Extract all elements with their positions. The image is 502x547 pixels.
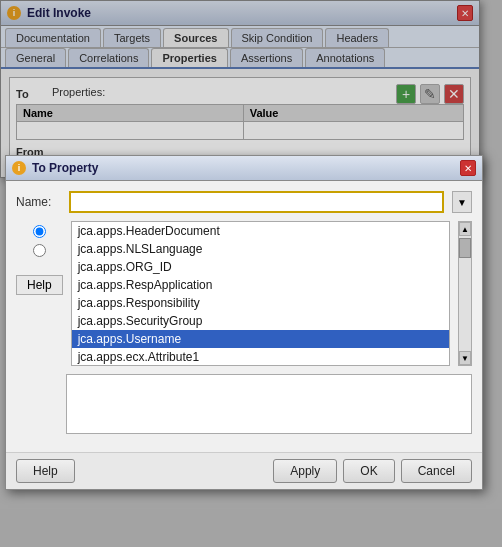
- scroll-down-button[interactable]: ▼: [459, 351, 471, 365]
- radio-1[interactable]: [33, 225, 46, 238]
- dialog-body: Name: ▼ Help jca.apps.HeaderDocument jca…: [6, 181, 482, 452]
- list-item[interactable]: jca.apps.NLSLanguage: [72, 240, 449, 258]
- apply-button[interactable]: Apply: [273, 459, 337, 483]
- radio-item-2[interactable]: [33, 244, 46, 257]
- footer-left: Help: [16, 459, 75, 483]
- help-footer-button[interactable]: Help: [16, 459, 75, 483]
- ok-button[interactable]: OK: [343, 459, 394, 483]
- name-dropdown-button[interactable]: ▼: [452, 191, 472, 213]
- dialog-title-icon: i: [12, 161, 26, 175]
- list-item[interactable]: jca.apps.HeaderDocument: [72, 222, 449, 240]
- name-row: Name: ▼: [16, 191, 472, 213]
- dialog-footer: Help Apply OK Cancel: [6, 452, 482, 489]
- cancel-button[interactable]: Cancel: [401, 459, 472, 483]
- dialog-title: To Property: [32, 161, 460, 175]
- scroll-thumb[interactable]: [459, 238, 471, 258]
- scrollbar[interactable]: ▲ ▼: [458, 221, 472, 366]
- list-item[interactable]: jca.apps.SecurityGroup: [72, 312, 449, 330]
- to-property-dialog: i To Property ✕ Name: ▼ Help jca.a: [5, 155, 483, 490]
- radio-item-1[interactable]: [33, 225, 46, 238]
- value-area: [66, 374, 472, 434]
- name-input[interactable]: [69, 191, 444, 213]
- footer-right: Apply OK Cancel: [273, 459, 472, 483]
- help-button[interactable]: Help: [16, 275, 63, 295]
- list-item[interactable]: jca.apps.ecx.Attribute1: [72, 348, 449, 366]
- radio-column: Help: [16, 221, 63, 366]
- list-item[interactable]: jca.apps.ORG_ID: [72, 258, 449, 276]
- scroll-up-button[interactable]: ▲: [459, 222, 471, 236]
- dropdown-list[interactable]: jca.apps.HeaderDocument jca.apps.NLSLang…: [71, 221, 450, 366]
- list-item-selected[interactable]: jca.apps.Username: [72, 330, 449, 348]
- scroll-track: [459, 236, 471, 351]
- dialog-close-icon[interactable]: ✕: [460, 160, 476, 176]
- list-item[interactable]: jca.apps.Responsibility: [72, 294, 449, 312]
- dialog-title-bar: i To Property ✕: [6, 156, 482, 181]
- radio-2[interactable]: [33, 244, 46, 257]
- name-field-label: Name:: [16, 195, 61, 209]
- list-item[interactable]: jca.apps.RespApplication: [72, 276, 449, 294]
- dialog-main: Help jca.apps.HeaderDocument jca.apps.NL…: [16, 221, 472, 366]
